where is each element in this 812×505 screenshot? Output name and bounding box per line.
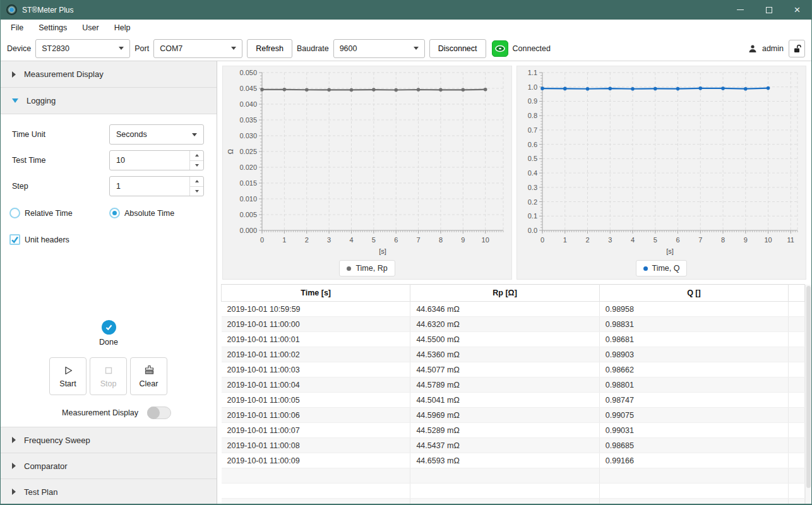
q-chart-plot: 0.00.10.20.30.40.50.60.70.80.91.01.10123… xyxy=(517,66,806,257)
table-cell: 0.98958 xyxy=(599,302,788,317)
table-row[interactable]: 2019-10-01 11:00:0744.5289 mΩ0.99031 xyxy=(222,423,805,438)
stop-button[interactable]: Stop xyxy=(90,357,127,395)
relative-time-radio[interactable]: Relative Time xyxy=(9,208,73,218)
table-row[interactable]: 2019-10-01 11:00:0644.5969 mΩ0.99075 xyxy=(222,408,805,423)
play-icon xyxy=(63,365,74,376)
baudrate-label: Baudrate xyxy=(297,44,329,53)
table-row[interactable]: 2019-10-01 11:00:0444.5789 mΩ0.98801 xyxy=(222,377,805,393)
col-header-q[interactable]: Q [] xyxy=(599,285,788,302)
table-row[interactable] xyxy=(222,484,805,499)
table-cell xyxy=(789,317,805,332)
sidebar: Measurement Display Logging Time Unit Se… xyxy=(1,61,217,504)
table-cell: 2019-10-01 10:59:59 xyxy=(222,302,410,317)
section-measurement-display[interactable]: Measurement Display xyxy=(1,61,217,88)
section-comparator[interactable]: Comparator xyxy=(1,453,217,479)
table-cell xyxy=(410,484,599,499)
unit-headers-checkbox[interactable]: Unit headers xyxy=(9,234,69,245)
table-cell: 0.98801 xyxy=(599,377,788,393)
svg-text:1.1: 1.1 xyxy=(527,69,537,76)
menu-settings[interactable]: Settings xyxy=(31,23,75,32)
absolute-time-radio[interactable]: Absolute Time xyxy=(109,208,174,218)
lock-button[interactable] xyxy=(789,40,805,57)
chevron-down-icon xyxy=(414,47,419,50)
table-row[interactable]: 2019-10-01 10:59:5944.6346 mΩ0.98958 xyxy=(222,302,805,317)
table-row[interactable]: 2019-10-01 11:00:0144.5500 mΩ0.98681 xyxy=(222,332,805,347)
device-select[interactable]: ST2830 xyxy=(35,39,130,58)
rp-chart-plot: 0.0000.0050.0100.0150.0200.0250.0300.035… xyxy=(223,66,512,257)
table-cell: 2019-10-01 11:00:07 xyxy=(222,423,410,438)
port-label: Port xyxy=(134,44,149,53)
table-row[interactable]: 2019-10-01 11:00:0244.5360 mΩ0.98903 xyxy=(222,347,805,362)
svg-text:[s]: [s] xyxy=(666,247,674,255)
time-unit-select[interactable]: Seconds xyxy=(109,124,204,145)
table-row[interactable]: 2019-10-01 11:00:0544.5041 mΩ0.98747 xyxy=(222,393,805,408)
table-body: 2019-10-01 10:59:5944.6346 mΩ0.989582019… xyxy=(222,302,805,504)
chevron-down-icon xyxy=(12,98,18,103)
svg-text:3: 3 xyxy=(608,236,612,244)
refresh-button[interactable]: Refresh xyxy=(247,39,292,58)
table-cell xyxy=(222,499,410,504)
arrow-down-icon xyxy=(195,190,199,193)
status-indicator: Done xyxy=(1,320,217,347)
start-button[interactable]: Start xyxy=(49,357,87,395)
col-header-spacer xyxy=(789,285,805,302)
chevron-right-icon xyxy=(12,71,16,78)
test-time-input[interactable] xyxy=(110,156,189,165)
rp-legend[interactable]: Time, Rp xyxy=(339,260,395,276)
svg-text:8: 8 xyxy=(720,236,724,244)
svg-text:1: 1 xyxy=(563,236,566,244)
svg-text:2: 2 xyxy=(585,236,589,244)
clear-button-label: Clear xyxy=(140,379,158,388)
connection-status-text: Connected xyxy=(513,44,551,53)
table-row[interactable] xyxy=(222,468,805,484)
measurement-display-toggle[interactable] xyxy=(147,407,171,419)
table-cell xyxy=(789,499,805,504)
spin-down-button[interactable] xyxy=(190,187,203,196)
table-cell xyxy=(789,484,805,499)
svg-text:1.0: 1.0 xyxy=(527,83,537,91)
baudrate-select[interactable]: 9600 xyxy=(333,39,425,58)
svg-text:0.4: 0.4 xyxy=(527,169,537,177)
spin-up-button[interactable] xyxy=(190,151,203,161)
svg-text:0.0: 0.0 xyxy=(527,227,537,234)
disconnect-button[interactable]: Disconnect xyxy=(429,39,486,58)
minimize-button[interactable] xyxy=(726,0,755,20)
step-input[interactable] xyxy=(110,182,189,191)
step-stepper xyxy=(109,176,204,196)
table-cell xyxy=(789,408,805,423)
svg-text:0.020: 0.020 xyxy=(239,163,257,171)
table-row[interactable] xyxy=(222,499,805,504)
menu-user[interactable]: User xyxy=(75,23,106,32)
svg-text:0.3: 0.3 xyxy=(527,184,537,191)
spin-up-button[interactable] xyxy=(190,177,203,187)
clear-button[interactable]: Clear xyxy=(130,357,167,395)
vertical-scrollbar[interactable] xyxy=(805,285,811,504)
section-label: Comparator xyxy=(24,461,68,471)
table-cell: 44.6593 mΩ xyxy=(410,453,599,468)
menu-file[interactable]: File xyxy=(3,23,31,32)
svg-text:10: 10 xyxy=(764,236,772,244)
q-legend[interactable]: Time, Q xyxy=(636,260,688,276)
close-button[interactable]: × xyxy=(783,0,811,20)
svg-text:0.050: 0.050 xyxy=(239,69,257,76)
table-row[interactable]: 2019-10-01 11:00:0944.6593 mΩ0.99166 xyxy=(222,453,805,468)
table-row[interactable]: 2019-10-01 11:00:0344.5077 mΩ0.98662 xyxy=(222,362,805,377)
table-cell: 44.5500 mΩ xyxy=(410,332,599,347)
maximize-button[interactable] xyxy=(755,0,783,20)
port-select[interactable]: COM7 xyxy=(153,39,242,58)
table-cell xyxy=(789,468,805,484)
table-cell xyxy=(789,332,805,347)
menu-help[interactable]: Help xyxy=(107,23,138,32)
col-header-time[interactable]: Time [s] xyxy=(222,285,410,302)
table-row[interactable]: 2019-10-01 11:00:0044.6320 mΩ0.98831 xyxy=(222,317,805,332)
table-row[interactable]: 2019-10-01 11:00:0844.5437 mΩ0.98685 xyxy=(222,438,805,453)
table-cell xyxy=(599,499,788,504)
spin-down-button[interactable] xyxy=(190,161,203,170)
table-cell: 2019-10-01 11:00:04 xyxy=(222,377,410,393)
section-test-plan[interactable]: Test Plan xyxy=(1,479,217,505)
step-label: Step xyxy=(12,176,28,196)
section-frequency-sweep[interactable]: Frequency Sweep xyxy=(1,427,217,453)
col-header-rp[interactable]: Rp [Ω] xyxy=(410,285,599,302)
section-logging[interactable]: Logging xyxy=(1,88,217,114)
scrollbar-thumb[interactable] xyxy=(806,286,811,488)
